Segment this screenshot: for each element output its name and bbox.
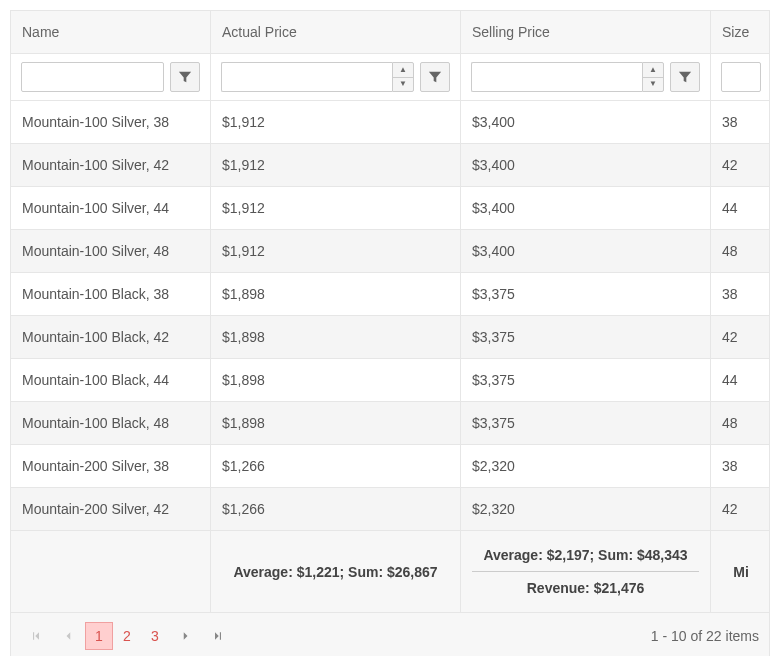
cell-selling-price: $3,375 — [461, 402, 711, 444]
cell-actual-price: $1,912 — [211, 144, 461, 186]
table-row[interactable]: Mountain-100 Silver, 42$1,912$3,40042 — [11, 144, 769, 187]
header-name[interactable]: Name — [11, 11, 211, 53]
spinner-up-icon[interactable]: ▲ — [643, 63, 663, 78]
data-body: Mountain-100 Silver, 38$1,912$3,40038Mou… — [11, 101, 769, 531]
chevron-left-icon — [62, 630, 74, 642]
cell-size: 42 — [711, 144, 770, 186]
cell-name: Mountain-100 Black, 38 — [11, 273, 211, 315]
cell-name: Mountain-200 Silver, 42 — [11, 488, 211, 530]
cell-actual-price: $1,912 — [211, 230, 461, 272]
cell-actual-price: $1,912 — [211, 101, 461, 143]
pager-first-button[interactable] — [21, 621, 51, 651]
pager-page-1[interactable]: 1 — [85, 622, 113, 650]
filter-actual-input[interactable] — [221, 62, 392, 92]
cell-name: Mountain-100 Silver, 48 — [11, 230, 211, 272]
cell-size: 38 — [711, 273, 770, 315]
footer-selling-revenue: Revenue: $21,476 — [472, 580, 699, 596]
table-row[interactable]: Mountain-100 Black, 38$1,898$3,37538 — [11, 273, 769, 316]
filter-selling-input[interactable] — [471, 62, 642, 92]
cell-actual-price: $1,898 — [211, 316, 461, 358]
table-row[interactable]: Mountain-100 Silver, 38$1,912$3,40038 — [11, 101, 769, 144]
spinner-up-icon[interactable]: ▲ — [393, 63, 413, 78]
cell-name: Mountain-100 Silver, 38 — [11, 101, 211, 143]
cell-size: 38 — [711, 445, 770, 487]
cell-size: 42 — [711, 316, 770, 358]
pager-next-button[interactable] — [171, 621, 201, 651]
cell-actual-price: $1,898 — [211, 273, 461, 315]
filter-selling-button[interactable] — [670, 62, 700, 92]
footer-actual: Average: $1,221; Sum: $26,867 — [211, 531, 461, 612]
cell-name: Mountain-100 Silver, 42 — [11, 144, 211, 186]
pager-last-button[interactable] — [203, 621, 233, 651]
cell-selling-price: $3,375 — [461, 359, 711, 401]
cell-size: 48 — [711, 402, 770, 444]
filter-size-input[interactable] — [721, 62, 761, 92]
filter-name-button[interactable] — [170, 62, 200, 92]
spinner-down-icon[interactable]: ▼ — [393, 78, 413, 92]
cell-name: Mountain-200 Silver, 38 — [11, 445, 211, 487]
pager-page-3[interactable]: 3 — [141, 622, 169, 650]
funnel-icon — [178, 70, 192, 84]
cell-size: 44 — [711, 187, 770, 229]
cell-size: 42 — [711, 488, 770, 530]
table-row[interactable]: Mountain-200 Silver, 42$1,266$2,32042 — [11, 488, 769, 531]
cell-name: Mountain-100 Black, 44 — [11, 359, 211, 401]
table-row[interactable]: Mountain-100 Silver, 44$1,912$3,40044 — [11, 187, 769, 230]
filter-row: ▲ ▼ ▲ ▼ — [11, 54, 769, 101]
header-size[interactable]: Size — [711, 11, 770, 53]
cell-actual-price: $1,912 — [211, 187, 461, 229]
header-selling-price[interactable]: Selling Price — [461, 11, 711, 53]
header-actual-price[interactable]: Actual Price — [211, 11, 461, 53]
header-row: Name Actual Price Selling Price Size — [11, 11, 769, 54]
cell-size: 44 — [711, 359, 770, 401]
table-row[interactable]: Mountain-100 Black, 42$1,898$3,37542 — [11, 316, 769, 359]
cell-name: Mountain-100 Black, 48 — [11, 402, 211, 444]
cell-name: Mountain-100 Black, 42 — [11, 316, 211, 358]
cell-actual-price: $1,266 — [211, 488, 461, 530]
filter-actual-spinner: ▲ ▼ — [392, 62, 414, 92]
filter-selling-spinner: ▲ ▼ — [642, 62, 664, 92]
table-row[interactable]: Mountain-100 Black, 44$1,898$3,37544 — [11, 359, 769, 402]
first-page-icon — [30, 630, 42, 642]
cell-selling-price: $2,320 — [461, 445, 711, 487]
cell-size: 38 — [711, 101, 770, 143]
chevron-right-icon — [180, 630, 192, 642]
cell-selling-price: $3,400 — [461, 187, 711, 229]
cell-selling-price: $3,400 — [461, 101, 711, 143]
cell-actual-price: $1,266 — [211, 445, 461, 487]
cell-actual-price: $1,898 — [211, 402, 461, 444]
footer-size: Mi — [711, 531, 770, 612]
table-row[interactable]: Mountain-200 Silver, 38$1,266$2,32038 — [11, 445, 769, 488]
cell-name: Mountain-100 Silver, 44 — [11, 187, 211, 229]
filter-name-input[interactable] — [21, 62, 164, 92]
spinner-down-icon[interactable]: ▼ — [643, 78, 663, 92]
cell-selling-price: $3,400 — [461, 230, 711, 272]
last-page-icon — [212, 630, 224, 642]
table-row[interactable]: Mountain-100 Black, 48$1,898$3,37548 — [11, 402, 769, 445]
funnel-icon — [428, 70, 442, 84]
pager-page-2[interactable]: 2 — [113, 622, 141, 650]
filter-actual-button[interactable] — [420, 62, 450, 92]
footer-selling-avg-sum: Average: $2,197; Sum: $48,343 — [472, 547, 699, 563]
funnel-icon — [678, 70, 692, 84]
data-grid: Name Actual Price Selling Price Size ▲ ▼ — [10, 10, 770, 656]
footer-selling: Average: $2,197; Sum: $48,343 Revenue: $… — [461, 531, 711, 612]
footer-row: Average: $1,221; Sum: $26,867 Average: $… — [11, 531, 769, 612]
cell-selling-price: $3,400 — [461, 144, 711, 186]
pager-prev-button[interactable] — [53, 621, 83, 651]
cell-selling-price: $3,375 — [461, 273, 711, 315]
cell-actual-price: $1,898 — [211, 359, 461, 401]
cell-selling-price: $3,375 — [461, 316, 711, 358]
pager: 123 1 - 10 of 22 items — [11, 612, 769, 656]
pager-info: 1 - 10 of 22 items — [651, 628, 759, 644]
cell-size: 48 — [711, 230, 770, 272]
table-row[interactable]: Mountain-100 Silver, 48$1,912$3,40048 — [11, 230, 769, 273]
cell-selling-price: $2,320 — [461, 488, 711, 530]
